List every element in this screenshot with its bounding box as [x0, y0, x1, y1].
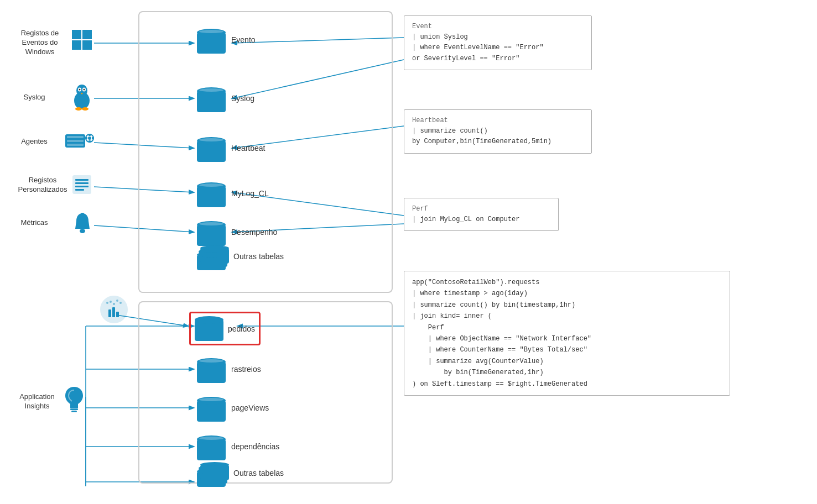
outras-ai-label: Outras tabelas	[233, 469, 284, 477]
event-code-line-4: or SeverityLevel == "Error"	[412, 54, 584, 64]
svg-rect-35	[67, 144, 84, 146]
ai-bounding-box	[138, 301, 393, 484]
rastreios-cylinder	[197, 358, 226, 383]
svg-point-30	[75, 107, 82, 111]
syslog-label: Syslog	[12, 93, 56, 102]
perf-code-line-1: Perf	[412, 204, 550, 214]
svg-point-37	[88, 136, 91, 140]
pedidos-highlight: pedidos	[189, 312, 261, 345]
svg-rect-45	[75, 186, 89, 187]
registos-label: Registos Personalizados	[12, 176, 73, 195]
syslog-cylinder	[197, 87, 226, 112]
connector-lines	[0, 0, 817, 504]
app-line-7: | where CounterName == "Bytes Total/sec"	[412, 344, 722, 355]
perf-code-line-2: | join MyLog_CL on Computer	[412, 214, 550, 225]
app-line-2: | where timestamp > ago(1day)	[412, 288, 722, 299]
hb-code-line-3: by Computer,bin(TimeGenerated,5min)	[412, 136, 584, 147]
desempenho-cylinder	[197, 221, 226, 246]
desempenho-label: Desempenho	[231, 228, 277, 237]
app-line-3: | summarize count() by bin(timestamp,1hr…	[412, 300, 722, 311]
svg-rect-55	[108, 309, 111, 317]
hb-code-line-1: Heartbeat	[412, 116, 584, 126]
svg-rect-59	[71, 411, 77, 412]
svg-point-31	[82, 107, 89, 111]
svg-point-24	[76, 85, 87, 97]
svg-rect-48	[81, 213, 84, 215]
svg-point-54	[119, 302, 122, 304]
agent-icon	[65, 132, 94, 152]
svg-point-28	[84, 89, 85, 91]
app-line-10: ) on $left.timestamp == $right.TimeGener…	[412, 379, 722, 390]
svg-rect-34	[67, 140, 84, 142]
evento-label: Evento	[231, 35, 256, 44]
heartbeat-label: Heartbeat	[231, 144, 265, 153]
perf-code-box: Perf | join MyLog_CL on Computer	[404, 198, 559, 231]
app-line-6: | where ObjectName == "Network Interface…	[412, 333, 722, 344]
pedidos-label: pedidos	[228, 324, 255, 333]
app-line-5: Perf	[412, 322, 722, 333]
appinsights-icon	[62, 385, 86, 415]
svg-rect-20	[82, 30, 92, 39]
svg-rect-41	[92, 137, 94, 139]
heartbeat-cylinder	[197, 137, 226, 162]
syslog-label: Syslog	[231, 94, 254, 103]
app-line-8: | summarize avg(CounterValue)	[412, 356, 722, 367]
svg-point-47	[80, 229, 85, 233]
mylog-cylinder	[197, 182, 226, 207]
agentes-label: Agentes	[12, 137, 56, 146]
svg-rect-19	[72, 30, 81, 39]
linux-icon	[71, 84, 93, 112]
mylog-label: MyLog_CL	[231, 189, 269, 198]
svg-point-53	[116, 300, 118, 302]
app-line-4: | join kind= inner (	[412, 311, 722, 322]
metricas-label: Métricas	[12, 218, 56, 228]
svg-rect-44	[75, 182, 89, 184]
svg-rect-58	[70, 408, 78, 410]
app-code-box: app("ContosoRetailWeb").requests | where…	[404, 271, 730, 396]
app-line-9: by bin(TimeGenerated,1hr)	[412, 367, 722, 378]
svg-point-52	[113, 303, 115, 305]
windows-label: Registos de Eventos do Windows	[12, 29, 67, 57]
outras-la-label: Outras tabelas	[233, 252, 284, 261]
dependencias-cylinder	[197, 435, 226, 460]
evento-cylinder	[197, 29, 226, 54]
bell-icon	[73, 212, 92, 236]
analytics-icon	[100, 295, 128, 326]
event-code-line-3: | where EventLevelName == "Error"	[412, 43, 584, 53]
pageviews-cylinder	[197, 397, 226, 422]
svg-point-50	[106, 302, 108, 304]
app-line-1: app("ContosoRetailWeb").requests	[412, 277, 722, 288]
pedidos-cylinder	[195, 316, 223, 341]
svg-point-27	[79, 89, 81, 91]
svg-rect-46	[75, 189, 84, 191]
diagram-container: Registos de Eventos do Windows Syslog	[0, 0, 817, 504]
la-bounding-box	[138, 11, 393, 293]
hb-code-line-2: | summarize count()	[412, 126, 584, 136]
svg-rect-39	[89, 140, 91, 143]
rastreios-label: rastreios	[231, 365, 261, 374]
svg-rect-42	[73, 176, 91, 193]
dependencias-label: dependências	[231, 442, 279, 451]
windows-icon	[71, 29, 93, 53]
customlog-icon	[72, 175, 92, 196]
event-code-line-2: | union Syslog	[412, 32, 584, 43]
svg-rect-43	[75, 179, 89, 181]
svg-rect-57	[116, 312, 119, 317]
event-code-box: Event | union Syslog | where EventLevelN…	[404, 15, 592, 70]
svg-rect-33	[67, 136, 84, 138]
svg-point-51	[110, 301, 112, 303]
pageviews-label: pageViews	[231, 403, 269, 412]
heartbeat-code-box: Heartbeat | summarize count() by Compute…	[404, 109, 592, 154]
event-code-line-1: Event	[412, 22, 584, 32]
svg-rect-38	[89, 134, 91, 136]
svg-rect-21	[72, 40, 81, 50]
svg-rect-40	[85, 137, 87, 139]
svg-rect-56	[112, 307, 115, 317]
svg-rect-22	[82, 40, 92, 50]
appinsights-label: Application Insights	[12, 392, 62, 411]
